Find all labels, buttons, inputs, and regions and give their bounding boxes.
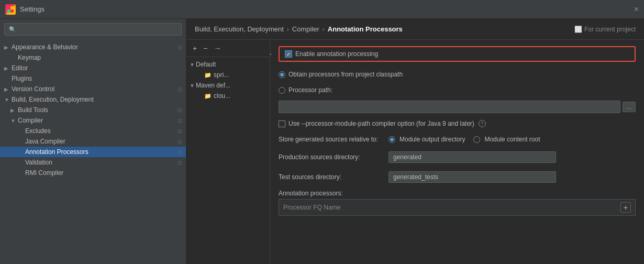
panel-toolbar: + − → <box>186 40 270 57</box>
svg-rect-3 <box>10 9 14 13</box>
sidebar-item-label: Build, Execution, Deployment <box>12 96 182 103</box>
highlight-arrow: → <box>270 49 273 60</box>
sidebar-item-label: Validation <box>25 159 177 166</box>
breadcrumb-build: Build, Execution, Deployment <box>195 25 284 33</box>
ptree-arrow-icon: ▼ <box>190 62 196 68</box>
sidebar-item-label: Editor <box>12 64 182 72</box>
sidebar-item-validation[interactable]: Validation ⊡ <box>0 157 186 168</box>
use-processor-module-label: Use --processor-module-path compiler opt… <box>288 120 474 127</box>
arrow-icon: ▶ <box>4 86 12 92</box>
search-icon: 🔍 <box>9 26 16 33</box>
sidebar-item-compiler[interactable]: ▼ Compiler ⊡ <box>0 115 186 126</box>
sidebar-item-label: Appearance & Behavior <box>12 43 177 51</box>
radio-obtain-row: Obtain processors from project classpath <box>279 69 636 80</box>
store-generated-label: Store generated sources relative to: <box>279 136 383 143</box>
arrow-icon: ▼ <box>4 97 12 103</box>
copy-icon: ⊡ <box>177 45 182 50</box>
close-button[interactable]: × <box>634 5 639 14</box>
svg-rect-0 <box>7 6 10 9</box>
annotation-processors-label-row: Annotation processors: <box>279 190 636 197</box>
ptree-label: Default <box>196 61 216 68</box>
breadcrumb-project-scope[interactable]: ⬜ For current project <box>574 26 636 33</box>
radio-obtain-label: Obtain processors from project classpath <box>288 71 403 78</box>
production-sources-row: Production sources directory: <box>279 150 636 164</box>
processor-path-row: … <box>279 101 636 113</box>
enable-annotation-row: ✓ Enable annotation processing <box>279 46 636 62</box>
radio-module-output[interactable] <box>388 136 395 143</box>
ptree-item-clou[interactable]: 📁 clou... <box>186 91 270 101</box>
ptree-item-spri[interactable]: 📁 spri... <box>186 70 270 80</box>
arrow-icon: ▼ <box>10 118 18 124</box>
search-input[interactable] <box>18 26 177 33</box>
enable-annotation-label: Enable annotation processing <box>295 50 378 58</box>
sidebar-item-appearance[interactable]: ▶ Appearance & Behavior ⊡ <box>0 42 186 52</box>
breadcrumb-sep2: › <box>323 26 325 33</box>
copy-icon: ⊡ <box>177 118 182 124</box>
enable-annotation-checkbox[interactable]: ✓ <box>285 50 292 58</box>
radio-module-output-label: Module output directory <box>399 136 465 143</box>
copy-icon: ⊡ <box>177 86 182 92</box>
ptree-item-mavendefault[interactable]: ▼ Maven def... <box>186 80 270 91</box>
panel-right: ✓ Enable annotation processing → Obtain … <box>270 40 644 264</box>
breadcrumb-compiler: Compiler <box>292 25 319 33</box>
test-sources-input[interactable] <box>388 171 556 183</box>
panel-tree: ▼ Default 📁 spri... ▼ Maven def... <box>186 57 270 264</box>
sidebar-item-javacompiler[interactable]: Java Compiler ⊡ <box>0 136 186 147</box>
breadcrumb-current: Annotation Processors <box>328 25 403 33</box>
radio-content-root-label: Module content root <box>484 136 540 143</box>
sidebar-item-plugins[interactable]: Plugins <box>0 73 186 84</box>
panel-left: + − → ▼ Default 📁 spri... <box>186 40 270 264</box>
radio-processor-input[interactable] <box>279 87 285 94</box>
copy-icon: ⊡ <box>177 128 182 134</box>
use-processor-module-row: Use --processor-module-path compiler opt… <box>279 118 636 129</box>
sidebar-item-versioncontrol[interactable]: ▶ Version Control ⊡ <box>0 84 186 94</box>
remove-button[interactable]: − <box>201 43 209 53</box>
arrow-icon: ▶ <box>4 65 12 71</box>
sidebar-item-keymap[interactable]: Keymap <box>0 52 186 63</box>
sidebar-item-annotationprocessors[interactable]: Annotation Processors ⊡ <box>0 147 186 157</box>
sidebar-item-label: Keymap <box>18 54 182 61</box>
ptree-item-default[interactable]: ▼ Default <box>186 59 270 70</box>
sidebar-item-editor[interactable]: ▶ Editor <box>0 63 186 73</box>
radio-processor-row: Processor path: <box>279 85 636 95</box>
production-sources-input[interactable] <box>388 151 556 163</box>
sidebar-item-label: RMI Compiler <box>25 169 182 177</box>
store-generated-row: Store generated sources relative to: Mod… <box>279 134 636 145</box>
store-generated-controls: Module output directory Module content r… <box>388 136 540 143</box>
table-add-button[interactable]: + <box>620 202 631 213</box>
ptree-label: Maven def... <box>196 82 230 89</box>
test-sources-row: Test sources directory: <box>279 170 636 184</box>
radio-processor-label: Processor path: <box>288 86 332 94</box>
sidebar-item-excludes[interactable]: Excludes ⊡ <box>0 126 186 136</box>
sidebar-item-rmicompiler[interactable]: RMI Compiler <box>0 168 186 178</box>
help-icon[interactable]: ? <box>479 120 486 127</box>
breadcrumb: Build, Execution, Deployment › Compiler … <box>186 19 644 40</box>
folder-icon: 📁 <box>204 93 212 100</box>
sidebar-item-label: Java Compiler <box>25 138 177 145</box>
move-button[interactable]: → <box>212 43 223 53</box>
sidebar-item-label: Build Tools <box>18 106 177 114</box>
sidebar-item-buildexec[interactable]: ▼ Build, Execution, Deployment <box>0 94 186 105</box>
sidebar-tree: ▶ Appearance & Behavior ⊡ Keymap ▶ Edito… <box>0 40 186 264</box>
annotation-processors-section: Annotation processors: Processor FQ Name… <box>279 190 636 216</box>
browse-button[interactable]: … <box>623 102 636 112</box>
copy-icon: ⊡ <box>177 107 182 113</box>
arrow-icon: ▶ <box>4 45 12 50</box>
ptree-label: clou... <box>214 92 230 100</box>
search-box[interactable]: 🔍 <box>4 23 182 36</box>
radio-obtain-input[interactable] <box>279 71 285 78</box>
content-body: + − → ▼ Default 📁 spri... <box>186 40 644 264</box>
title-bar: Settings × <box>0 0 644 19</box>
project-scope-label: For current project <box>584 26 636 33</box>
app-logo <box>5 4 16 15</box>
test-sources-label: Test sources directory: <box>279 173 383 181</box>
sidebar-item-buildtools[interactable]: ▶ Build Tools ⊡ <box>0 105 186 115</box>
radio-content-root[interactable] <box>473 136 480 143</box>
annotation-processors-label: Annotation processors: <box>279 190 343 197</box>
project-scope-icon: ⬜ <box>574 26 582 33</box>
sidebar-item-label: Plugins <box>12 75 182 82</box>
use-processor-module-checkbox[interactable] <box>279 120 285 127</box>
svg-rect-1 <box>10 6 14 9</box>
add-button[interactable]: + <box>191 43 199 53</box>
processor-path-input[interactable] <box>279 101 620 113</box>
